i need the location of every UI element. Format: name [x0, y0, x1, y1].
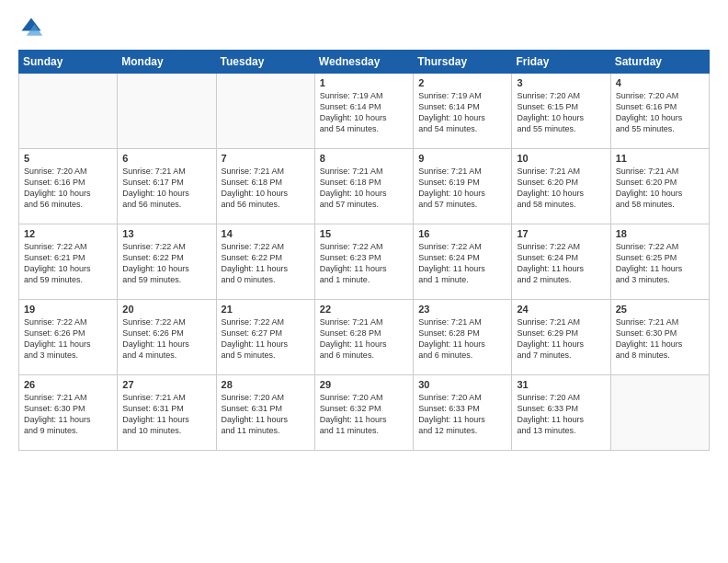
calendar-week-row: 1Sunrise: 7:19 AM Sunset: 6:14 PM Daylig… [19, 74, 710, 149]
day-number: 9 [418, 153, 506, 164]
calendar-day-cell: 20Sunrise: 7:22 AM Sunset: 6:26 PM Dayli… [118, 300, 216, 375]
day-number: 25 [616, 304, 704, 315]
calendar-week-row: 12Sunrise: 7:22 AM Sunset: 6:21 PM Dayli… [19, 224, 710, 300]
day-info: Sunrise: 7:22 AM Sunset: 6:24 PM Dayligh… [517, 241, 605, 286]
day-info: Sunrise: 7:22 AM Sunset: 6:22 PM Dayligh… [122, 241, 210, 286]
calendar-day-cell: 23Sunrise: 7:21 AM Sunset: 6:28 PM Dayli… [414, 300, 512, 375]
day-number: 2 [418, 77, 506, 88]
day-number: 26 [24, 379, 112, 390]
calendar-day-cell: 21Sunrise: 7:22 AM Sunset: 6:27 PM Dayli… [216, 300, 314, 375]
day-info: Sunrise: 7:20 AM Sunset: 6:33 PM Dayligh… [517, 392, 605, 437]
day-info: Sunrise: 7:21 AM Sunset: 6:17 PM Dayligh… [122, 166, 210, 211]
calendar-day-cell: 13Sunrise: 7:22 AM Sunset: 6:22 PM Dayli… [118, 224, 216, 300]
day-info: Sunrise: 7:20 AM Sunset: 6:15 PM Dayligh… [517, 90, 605, 135]
calendar-day-cell: 26Sunrise: 7:21 AM Sunset: 6:30 PM Dayli… [19, 375, 118, 451]
day-info: Sunrise: 7:21 AM Sunset: 6:30 PM Dayligh… [616, 316, 704, 362]
calendar-day-cell: 7Sunrise: 7:21 AM Sunset: 6:18 PM Daylig… [216, 149, 314, 224]
calendar-day-cell: 27Sunrise: 7:21 AM Sunset: 6:31 PM Dayli… [118, 375, 216, 451]
calendar-day-cell: 8Sunrise: 7:21 AM Sunset: 6:18 PM Daylig… [314, 149, 413, 224]
day-number: 6 [122, 153, 210, 164]
logo-icon [18, 15, 44, 40]
day-info: Sunrise: 7:21 AM Sunset: 6:18 PM Dayligh… [320, 166, 408, 211]
calendar-day-cell [19, 74, 118, 149]
day-info: Sunrise: 7:19 AM Sunset: 6:14 PM Dayligh… [418, 90, 506, 135]
day-number: 4 [616, 77, 704, 88]
day-info: Sunrise: 7:19 AM Sunset: 6:14 PM Dayligh… [320, 90, 408, 135]
day-of-week-header: Thursday [414, 51, 512, 74]
calendar-day-cell: 17Sunrise: 7:22 AM Sunset: 6:24 PM Dayli… [512, 224, 610, 300]
calendar-day-cell [216, 74, 314, 149]
day-number: 31 [517, 379, 605, 390]
day-info: Sunrise: 7:22 AM Sunset: 6:22 PM Dayligh… [222, 241, 310, 286]
calendar-day-cell: 30Sunrise: 7:20 AM Sunset: 6:33 PM Dayli… [414, 375, 512, 451]
day-info: Sunrise: 7:22 AM Sunset: 6:27 PM Dayligh… [222, 316, 310, 362]
day-number: 5 [24, 153, 112, 164]
day-info: Sunrise: 7:22 AM Sunset: 6:23 PM Dayligh… [320, 241, 408, 286]
day-info: Sunrise: 7:21 AM Sunset: 6:28 PM Dayligh… [418, 316, 506, 362]
calendar-week-row: 5Sunrise: 7:20 AM Sunset: 6:16 PM Daylig… [19, 149, 710, 224]
calendar-day-cell: 4Sunrise: 7:20 AM Sunset: 6:16 PM Daylig… [610, 74, 709, 149]
day-number: 11 [616, 153, 704, 164]
day-info: Sunrise: 7:20 AM Sunset: 6:33 PM Dayligh… [418, 392, 506, 437]
calendar-day-cell: 6Sunrise: 7:21 AM Sunset: 6:17 PM Daylig… [118, 149, 216, 224]
day-info: Sunrise: 7:22 AM Sunset: 6:26 PM Dayligh… [122, 316, 210, 362]
day-number: 7 [222, 153, 310, 164]
day-info: Sunrise: 7:21 AM Sunset: 6:31 PM Dayligh… [122, 392, 210, 437]
calendar-day-cell: 15Sunrise: 7:22 AM Sunset: 6:23 PM Dayli… [314, 224, 413, 300]
calendar-day-cell: 10Sunrise: 7:21 AM Sunset: 6:20 PM Dayli… [512, 149, 610, 224]
day-number: 20 [122, 304, 210, 315]
calendar-day-cell: 25Sunrise: 7:21 AM Sunset: 6:30 PM Dayli… [610, 300, 709, 375]
day-number: 19 [24, 304, 112, 315]
day-number: 22 [320, 304, 408, 315]
day-info: Sunrise: 7:21 AM Sunset: 6:28 PM Dayligh… [320, 316, 408, 362]
day-info: Sunrise: 7:21 AM Sunset: 6:30 PM Dayligh… [24, 392, 112, 437]
day-of-week-header: Sunday [19, 51, 118, 74]
day-number: 3 [517, 77, 605, 88]
calendar-day-cell [118, 74, 216, 149]
calendar-table: SundayMondayTuesdayWednesdayThursdayFrid… [18, 50, 710, 451]
day-info: Sunrise: 7:21 AM Sunset: 6:29 PM Dayligh… [517, 316, 605, 362]
day-of-week-header: Monday [118, 51, 216, 74]
calendar-day-cell: 18Sunrise: 7:22 AM Sunset: 6:25 PM Dayli… [610, 224, 709, 300]
calendar-day-cell: 19Sunrise: 7:22 AM Sunset: 6:26 PM Dayli… [19, 300, 118, 375]
day-of-week-header: Wednesday [314, 51, 413, 74]
day-number: 15 [320, 228, 408, 239]
calendar-day-cell: 29Sunrise: 7:20 AM Sunset: 6:32 PM Dayli… [314, 375, 413, 451]
calendar-day-cell: 5Sunrise: 7:20 AM Sunset: 6:16 PM Daylig… [19, 149, 118, 224]
day-of-week-header: Friday [512, 51, 610, 74]
calendar-day-cell: 28Sunrise: 7:20 AM Sunset: 6:31 PM Dayli… [216, 375, 314, 451]
day-info: Sunrise: 7:21 AM Sunset: 6:20 PM Dayligh… [517, 166, 605, 211]
logo [18, 15, 48, 40]
day-number: 1 [320, 77, 408, 88]
day-number: 10 [517, 153, 605, 164]
day-number: 27 [122, 379, 210, 390]
calendar-day-cell: 2Sunrise: 7:19 AM Sunset: 6:14 PM Daylig… [414, 74, 512, 149]
day-info: Sunrise: 7:20 AM Sunset: 6:32 PM Dayligh… [320, 392, 408, 437]
day-number: 8 [320, 153, 408, 164]
day-info: Sunrise: 7:22 AM Sunset: 6:24 PM Dayligh… [418, 241, 506, 286]
day-info: Sunrise: 7:21 AM Sunset: 6:20 PM Dayligh… [616, 166, 704, 211]
calendar-day-cell: 1Sunrise: 7:19 AM Sunset: 6:14 PM Daylig… [314, 74, 413, 149]
calendar-week-row: 26Sunrise: 7:21 AM Sunset: 6:30 PM Dayli… [19, 375, 710, 451]
day-info: Sunrise: 7:20 AM Sunset: 6:16 PM Dayligh… [616, 90, 704, 135]
calendar-day-cell: 31Sunrise: 7:20 AM Sunset: 6:33 PM Dayli… [512, 375, 610, 451]
day-of-week-header: Saturday [610, 51, 709, 74]
day-of-week-header: Tuesday [216, 51, 314, 74]
day-number: 23 [418, 304, 506, 315]
day-number: 30 [418, 379, 506, 390]
day-number: 16 [418, 228, 506, 239]
calendar-day-cell: 16Sunrise: 7:22 AM Sunset: 6:24 PM Dayli… [414, 224, 512, 300]
calendar-day-cell: 11Sunrise: 7:21 AM Sunset: 6:20 PM Dayli… [610, 149, 709, 224]
calendar-day-cell [610, 375, 709, 451]
day-info: Sunrise: 7:21 AM Sunset: 6:19 PM Dayligh… [418, 166, 506, 211]
calendar-day-cell: 14Sunrise: 7:22 AM Sunset: 6:22 PM Dayli… [216, 224, 314, 300]
calendar-day-cell: 3Sunrise: 7:20 AM Sunset: 6:15 PM Daylig… [512, 74, 610, 149]
page: SundayMondayTuesdayWednesdayThursdayFrid… [0, 0, 728, 563]
day-number: 13 [122, 228, 210, 239]
calendar-header-row: SundayMondayTuesdayWednesdayThursdayFrid… [19, 51, 710, 74]
calendar-day-cell: 24Sunrise: 7:21 AM Sunset: 6:29 PM Dayli… [512, 300, 610, 375]
calendar-day-cell: 9Sunrise: 7:21 AM Sunset: 6:19 PM Daylig… [414, 149, 512, 224]
day-info: Sunrise: 7:22 AM Sunset: 6:26 PM Dayligh… [24, 316, 112, 362]
day-number: 24 [517, 304, 605, 315]
day-info: Sunrise: 7:21 AM Sunset: 6:18 PM Dayligh… [222, 166, 310, 211]
